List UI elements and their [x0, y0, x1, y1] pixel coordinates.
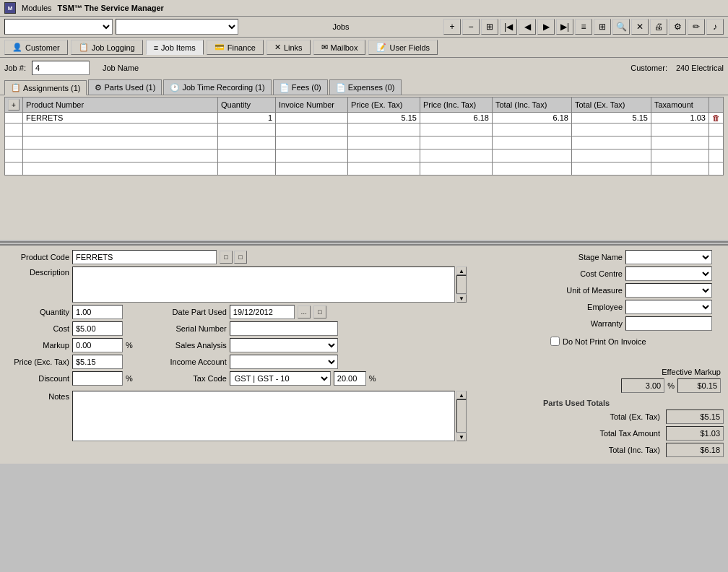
sub-tab-fees[interactable]: 📄 Fees (0): [273, 79, 328, 95]
sub-tab-assignments[interactable]: 📋 Assignments (1): [4, 80, 87, 95]
cell-invoice-number[interactable]: [276, 113, 348, 124]
product-code-btn1[interactable]: □: [220, 251, 233, 264]
cell-taxamount[interactable]: 1.03: [651, 113, 709, 124]
clear-icon[interactable]: ✕: [631, 19, 649, 35]
print-icon[interactable]: 🖨: [650, 19, 667, 35]
search-icon[interactable]: 🔍: [612, 19, 630, 35]
date-part-used-row: Date Part Used … □: [147, 305, 376, 319]
col-product-number: Product Number: [23, 98, 218, 113]
add-row-header: +: [5, 98, 23, 113]
discount-input[interactable]: [72, 371, 123, 386]
quantity-label: Quantity: [4, 308, 69, 316]
warranty-input[interactable]: [625, 316, 712, 331]
stage-name-select[interactable]: [625, 250, 712, 264]
date-calendar-btn[interactable]: □: [313, 306, 326, 318]
tab-job-logging[interactable]: 📋 Job Logging: [71, 40, 143, 55]
job-header: Job #: Job Name Customer: 240 Electrical: [0, 58, 728, 78]
price-exc-tax-input[interactable]: [72, 355, 123, 369]
quantity-section: Quantity Cost Markup % Price (Exc. Tax): [4, 305, 133, 388]
tab-links[interactable]: ✕ Links: [266, 40, 311, 55]
sales-analysis-row: Sales Analysis: [147, 338, 376, 352]
desc-scroll-up[interactable]: ▲: [456, 266, 467, 275]
add-row-btn[interactable]: +: [8, 99, 20, 110]
date-part-used-input[interactable]: [230, 305, 295, 319]
desc-scroll-down[interactable]: ▼: [456, 294, 467, 303]
markup-input[interactable]: [72, 338, 123, 352]
unit-of-measure-select[interactable]: [625, 283, 712, 298]
serial-number-input[interactable]: [230, 321, 338, 336]
desc-scrollbar[interactable]: [456, 275, 467, 294]
tab-user-fields[interactable]: 📝 User Fields: [368, 40, 438, 55]
total-ex-tax-value: [666, 410, 724, 424]
cost-input[interactable]: [72, 321, 123, 336]
sub-tab-parts-used[interactable]: ⚙ Parts Used (1): [88, 79, 162, 95]
income-account-select[interactable]: [230, 355, 338, 369]
product-code-btn2[interactable]: □: [234, 251, 247, 264]
combo-dropdown-1[interactable]: [4, 19, 113, 35]
row-selector[interactable]: [5, 113, 23, 124]
employee-select[interactable]: [625, 300, 712, 314]
product-code-input[interactable]: [72, 250, 217, 264]
mailbox-tab-label: Mailbox: [331, 43, 358, 52]
description-label: Description: [4, 266, 69, 277]
detail-left: Product Code □ □ Description ▲ ▼: [4, 250, 536, 459]
parts-used-label: Parts Used (1): [104, 83, 155, 92]
edit-icon[interactable]: ✏: [688, 19, 705, 35]
list-icon[interactable]: ≡: [575, 19, 592, 35]
user-fields-tab-icon: 📝: [376, 43, 386, 52]
notes-scroll-up[interactable]: ▲: [456, 391, 467, 399]
tab-finance[interactable]: 💳 Finance: [207, 40, 264, 55]
cell-total-inc-tax[interactable]: 6.18: [493, 113, 572, 124]
tax-code-select[interactable]: GST | GST - 10: [230, 371, 331, 386]
notes-textarea[interactable]: [72, 391, 455, 441]
settings-icon[interactable]: ⚙: [669, 19, 686, 35]
markup-pct-sign: %: [126, 341, 133, 350]
do-not-print-checkbox[interactable]: [550, 337, 560, 346]
mailbox-tab-icon: ✉: [321, 43, 328, 52]
quantity-input[interactable]: [72, 305, 123, 319]
table-row-empty-4: [5, 162, 724, 176]
tab-mailbox[interactable]: ✉ Mailbox: [313, 40, 366, 55]
parts-table: + Product Number Quantity Invoice Number…: [4, 97, 724, 176]
grid-icon[interactable]: ⊞: [594, 19, 611, 35]
minus-icon[interactable]: −: [462, 19, 480, 35]
effective-markup-value-input: [677, 378, 721, 393]
markup-row: Markup %: [4, 338, 133, 352]
last-icon[interactable]: ▶|: [556, 19, 573, 35]
cell-price-ex-tax[interactable]: 5.15: [348, 113, 420, 124]
date-picker-btn[interactable]: …: [298, 306, 311, 318]
cell-delete[interactable]: 🗑: [709, 113, 724, 124]
tab-job-items[interactable]: ≡ Job Items: [146, 40, 204, 55]
copy-icon[interactable]: ⊞: [481, 19, 498, 35]
description-textarea[interactable]: [72, 266, 455, 303]
first-icon[interactable]: |◀: [500, 19, 517, 35]
sales-analysis-select[interactable]: [230, 338, 338, 352]
tax-pct-input[interactable]: [334, 371, 366, 386]
col-price-inc-tax: Price (Inc. Tax): [420, 98, 493, 113]
sub-tab-time-recording[interactable]: 🕐 Job Time Recording (1): [163, 79, 271, 95]
col-total-ex-tax: Total (Ex. Tax): [572, 98, 651, 113]
total-tax-amount-label: Total Tax Amount: [573, 429, 660, 438]
cell-quantity[interactable]: 1: [218, 113, 276, 124]
next-icon[interactable]: ▶: [537, 19, 555, 35]
prev-icon[interactable]: ◀: [519, 19, 536, 35]
add-icon[interactable]: +: [443, 19, 461, 35]
job-number-input[interactable]: [32, 61, 90, 75]
job-logging-tab-label: Job Logging: [92, 43, 135, 52]
music-icon[interactable]: ♪: [706, 19, 724, 35]
cost-centre-row: Cost Centre: [543, 266, 724, 281]
tax-code-row: Tax Code GST | GST - 10 %: [147, 371, 376, 386]
cost-centre-label: Cost Centre: [543, 269, 623, 278]
sub-tab-expenses[interactable]: 📄 Expenses (0): [329, 79, 402, 95]
cell-total-ex-tax[interactable]: 5.15: [572, 113, 651, 124]
cost-centre-select[interactable]: [625, 266, 712, 281]
notes-scrollbar[interactable]: [456, 399, 467, 433]
total-inc-tax-row: Total (Inc. Tax): [543, 443, 724, 457]
tab-customer[interactable]: 👤 Customer: [4, 40, 68, 55]
product-code-row: Product Code □ □: [4, 250, 536, 264]
date-part-used-label: Date Part Used: [147, 308, 227, 316]
cell-price-inc-tax[interactable]: 6.18: [420, 113, 493, 124]
cell-product-number[interactable]: FERRETS: [23, 113, 218, 124]
notes-scroll-down[interactable]: ▼: [456, 433, 467, 441]
combo-dropdown-2[interactable]: [116, 19, 238, 35]
